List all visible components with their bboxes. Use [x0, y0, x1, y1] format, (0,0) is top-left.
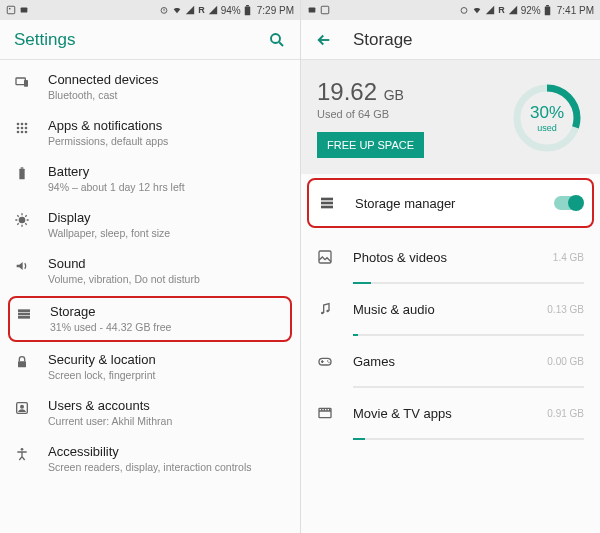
category-value: 1.4 GB [553, 252, 584, 263]
status-bar: R 92% 7:41 PM [301, 0, 600, 20]
storage-summary: 19.62 GB Used of 64 GB FREE UP SPACE 30%… [301, 60, 600, 174]
notification-icon [307, 5, 317, 15]
svg-point-26 [20, 405, 24, 409]
category-bar [353, 282, 584, 284]
storage-manager-row[interactable]: Storage manager [307, 178, 594, 228]
settings-row-storage[interactable]: Storage31% used - 44.32 GB free [8, 296, 292, 342]
svg-rect-29 [321, 6, 329, 14]
row-title: Accessibility [48, 444, 280, 459]
category-label: Photos & videos [353, 250, 547, 265]
category-value: 0.13 GB [547, 304, 584, 315]
row-subtitle: 31% used - 44.32 GB free [50, 321, 278, 334]
storage-pane: R 92% 7:41 PM Storage 19.62 GB Used of 6… [300, 0, 600, 533]
roaming-indicator: R [498, 5, 505, 15]
svg-rect-36 [321, 202, 333, 205]
signal-icon [485, 5, 495, 15]
battery-pct: 94% [221, 5, 241, 16]
row-title: Battery [48, 164, 280, 179]
svg-point-13 [21, 127, 24, 130]
settings-list: Connected devicesBluetooth, castApps & n… [0, 60, 300, 482]
settings-row-user[interactable]: Users & accountsCurrent user: Akhil Mith… [0, 390, 300, 436]
clock-time: 7:29 PM [257, 5, 294, 16]
category-value: 0.91 GB [547, 408, 584, 419]
svg-point-12 [17, 127, 20, 130]
svg-rect-24 [18, 361, 26, 367]
svg-rect-19 [21, 167, 24, 168]
used-of-total: Used of 64 GB [317, 108, 500, 120]
row-title: Users & accounts [48, 398, 280, 413]
storage-icon [319, 195, 355, 211]
svg-rect-28 [309, 8, 316, 13]
alarm-icon [159, 5, 169, 15]
used-unit: GB [384, 87, 404, 103]
settings-row-devices[interactable]: Connected devicesBluetooth, cast [0, 64, 300, 110]
page-title: Storage [353, 30, 586, 50]
row-subtitle: Bluetooth, cast [48, 89, 280, 102]
svg-rect-37 [321, 206, 333, 209]
svg-point-27 [21, 448, 24, 451]
category-row-movies[interactable]: Movie & TV apps0.91 GB [301, 388, 600, 438]
svg-rect-2 [21, 8, 28, 13]
svg-point-39 [321, 312, 324, 315]
apps-icon [14, 118, 48, 136]
category-list: Photos & videos1.4 GBMusic & audio0.13 G… [301, 232, 600, 440]
settings-row-display[interactable]: DisplayWallpaper, sleep, font size [0, 202, 300, 248]
back-button[interactable] [315, 31, 333, 49]
search-button[interactable] [268, 31, 286, 49]
svg-rect-21 [18, 309, 30, 312]
display-icon [14, 210, 48, 228]
notification-icon [19, 5, 29, 15]
usage-donut: 30% used [510, 81, 584, 155]
svg-point-14 [25, 127, 28, 130]
category-value: 0.00 GB [547, 356, 584, 367]
settings-row-apps[interactable]: Apps & notificationsPermissions, default… [0, 110, 300, 156]
svg-point-20 [19, 217, 26, 224]
settings-row-battery[interactable]: Battery94% – about 1 day 12 hrs left [0, 156, 300, 202]
user-icon [14, 398, 48, 416]
header: Storage [301, 20, 600, 60]
used-value: 19.62 [317, 78, 377, 105]
row-title: Connected devices [48, 72, 280, 87]
movies-icon [317, 405, 353, 421]
row-subtitle: Volume, vibration, Do not disturb [48, 273, 280, 286]
svg-point-30 [461, 8, 467, 14]
settings-row-lock[interactable]: Security & locationScreen lock, fingerpr… [0, 344, 300, 390]
category-row-games[interactable]: Games0.00 GB [301, 336, 600, 386]
category-label: Movie & TV apps [353, 406, 541, 421]
svg-rect-35 [321, 198, 333, 201]
svg-rect-8 [24, 80, 28, 87]
usage-percent: 30% [530, 103, 564, 123]
settings-row-sound[interactable]: SoundVolume, vibration, Do not disturb [0, 248, 300, 294]
clock-time: 7:41 PM [557, 5, 594, 16]
storage-manager-toggle[interactable] [554, 196, 582, 210]
settings-row-accessibility[interactable]: AccessibilityScreen readers, display, in… [0, 436, 300, 482]
row-subtitle: Permissions, default apps [48, 135, 280, 148]
category-row-photos[interactable]: Photos & videos1.4 GB [301, 232, 600, 282]
svg-point-9 [17, 123, 20, 126]
svg-rect-5 [246, 5, 249, 6]
row-subtitle: 94% – about 1 day 12 hrs left [48, 181, 280, 194]
category-bar [353, 386, 584, 388]
battery-icon [244, 5, 254, 15]
page-title: Settings [14, 30, 268, 50]
svg-rect-31 [545, 6, 551, 15]
status-bar: R 94% 7:29 PM [0, 0, 300, 20]
image-icon [6, 5, 16, 15]
row-subtitle: Wallpaper, sleep, font size [48, 227, 280, 240]
storage-manager-label: Storage manager [355, 196, 554, 211]
category-label: Games [353, 354, 541, 369]
svg-rect-38 [319, 251, 331, 263]
free-up-space-button[interactable]: FREE UP SPACE [317, 132, 424, 158]
svg-point-16 [21, 131, 24, 134]
category-bar [353, 334, 584, 336]
row-title: Apps & notifications [48, 118, 280, 133]
svg-point-15 [17, 131, 20, 134]
row-title: Sound [48, 256, 280, 271]
lock-icon [14, 352, 48, 370]
devices-icon [14, 72, 48, 90]
row-subtitle: Current user: Akhil Mithran [48, 415, 280, 428]
photos-icon [317, 249, 353, 265]
wifi-icon [472, 5, 482, 15]
svg-point-40 [326, 310, 329, 313]
category-row-music[interactable]: Music & audio0.13 GB [301, 284, 600, 334]
